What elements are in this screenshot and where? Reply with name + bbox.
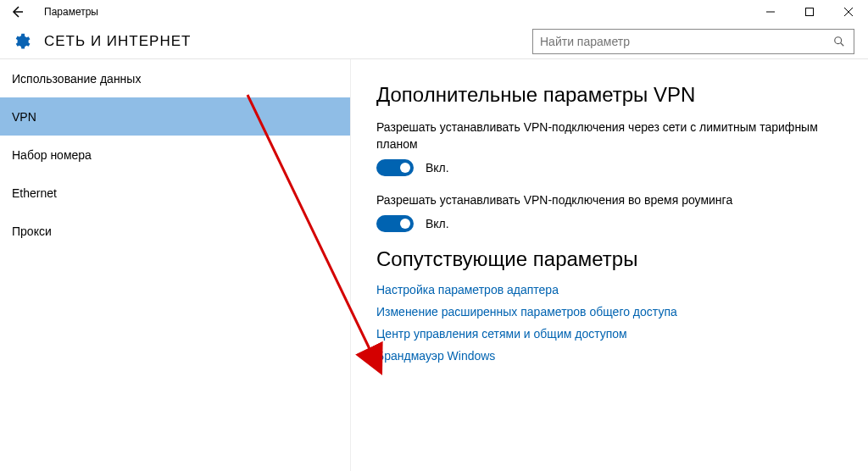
minimize-button[interactable] <box>751 0 790 24</box>
sidebar-item-label: Использование данных <box>12 72 141 86</box>
search-input[interactable] <box>540 35 832 48</box>
titlebar: Параметры <box>0 0 868 24</box>
sidebar: Использование данных VPN Набор номера Et… <box>0 59 350 471</box>
toggle-roaming[interactable] <box>376 215 414 232</box>
search-icon <box>832 36 847 47</box>
setting-label-metered: Разрешать устанавливать VPN-подключения … <box>376 119 843 152</box>
link-advanced-sharing[interactable]: Изменение расширенных параметров общего … <box>376 305 843 319</box>
link-network-center[interactable]: Центр управления сетями и общим доступом <box>376 327 843 341</box>
header-caption: СЕТЬ И ИНТЕРНЕТ <box>44 33 191 50</box>
sidebar-item-dialup[interactable]: Набор номера <box>0 136 350 174</box>
maximize-button[interactable] <box>790 0 829 24</box>
back-button[interactable] <box>7 5 27 19</box>
link-adapter-settings[interactable]: Настройка параметров адаптера <box>376 283 843 296</box>
header: СЕТЬ И ИНТЕРНЕТ <box>0 24 868 59</box>
sidebar-item-label: Набор номера <box>12 148 92 162</box>
sidebar-item-label: Ethernet <box>12 186 57 200</box>
window-title: Параметры <box>44 6 98 18</box>
sidebar-item-label: VPN <box>12 110 36 124</box>
setting-label-roaming: Разрешать устанавливать VPN-подключения … <box>376 191 843 208</box>
toggle-metered[interactable] <box>376 159 414 176</box>
sidebar-item-data-usage[interactable]: Использование данных <box>0 59 350 97</box>
link-windows-firewall[interactable]: Брандмауэр Windows <box>376 349 843 363</box>
search-box[interactable] <box>532 29 854 54</box>
gear-icon <box>10 30 32 53</box>
sidebar-item-proxy[interactable]: Прокси <box>0 212 350 250</box>
section-title-related: Сопутствующие параметры <box>376 247 843 271</box>
section-title-advanced: Дополнительные параметры VPN <box>376 83 843 107</box>
toggle-state-label: Вкл. <box>426 217 449 230</box>
svg-rect-0 <box>806 8 814 16</box>
sidebar-item-ethernet[interactable]: Ethernet <box>0 174 350 212</box>
svg-point-1 <box>835 36 842 43</box>
sidebar-item-vpn[interactable]: VPN <box>0 97 350 136</box>
close-button[interactable] <box>829 0 868 24</box>
sidebar-item-label: Прокси <box>12 224 52 238</box>
add-row-partial <box>376 59 843 68</box>
content-pane: Дополнительные параметры VPN Разрешать у… <box>350 59 868 471</box>
toggle-state-label: Вкл. <box>426 161 449 175</box>
